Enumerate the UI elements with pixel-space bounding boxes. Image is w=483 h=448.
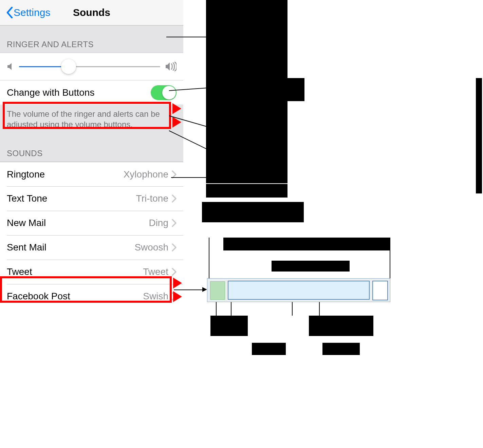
arrow-line (174, 290, 203, 290)
sounds-row[interactable]: New MailDing (0, 211, 183, 235)
leader-line (209, 238, 209, 279)
leader-line (171, 177, 206, 178)
redacted-label (252, 343, 286, 355)
redacted-label (223, 238, 390, 250)
volume-slider-row (0, 53, 183, 80)
chevron-right-icon (172, 292, 177, 300)
sounds-list: RingtoneXylophoneText ToneTri-toneNew Ma… (0, 162, 183, 309)
sounds-row-label: Text Tone (7, 193, 136, 204)
sounds-row-label: New Mail (7, 218, 149, 228)
sounds-row-value: Tri-tone (136, 193, 168, 204)
sounds-row-value: Ding (149, 218, 168, 228)
redacted-label (272, 261, 350, 272)
sounds-row-label: Tweet (7, 266, 143, 277)
speaker-high-icon (165, 62, 177, 71)
redacted-label (210, 316, 248, 336)
diagram-imageview-box (210, 281, 225, 300)
sounds-row-value: Swoosh (134, 242, 168, 253)
leader-line (292, 302, 293, 316)
sounds-row-value: Tweet (143, 266, 168, 277)
chevron-right-icon (172, 219, 177, 227)
diagram-contentview-box (228, 281, 370, 300)
sounds-row[interactable]: Text ToneTri-tone (0, 186, 183, 211)
sounds-row[interactable]: Facebook PostSwish (0, 284, 183, 309)
leader-line (319, 302, 320, 316)
sounds-row-label: Ringtone (7, 169, 124, 180)
sounds-row[interactable]: Sent MailSwoosh (0, 235, 183, 260)
redacted-label (202, 202, 304, 222)
sounds-row[interactable]: RingtoneXylophone (0, 162, 183, 186)
sounds-row-value: Xylophone (124, 169, 168, 180)
sounds-row-label: Facebook Post (7, 291, 143, 302)
arrow-head-icon (202, 287, 207, 292)
section-header-sounds: SOUNDS (0, 134, 183, 162)
slider-thumb[interactable] (61, 59, 76, 74)
toggle-knob (162, 86, 176, 99)
chevron-right-icon (172, 243, 177, 251)
change-with-buttons-label: Change with Buttons (7, 87, 151, 98)
redacted-label (287, 78, 304, 101)
sounds-settings-panel: Settings Sounds RINGER AND ALERTS Change… (0, 0, 183, 309)
section-header-ringer: RINGER AND ALERTS (0, 25, 183, 53)
back-button[interactable]: Settings (6, 7, 50, 18)
change-with-buttons-toggle[interactable] (151, 85, 177, 100)
section-footer-ringer: The volume of the ringer and alerts can … (0, 105, 183, 134)
redacted-label (206, 0, 287, 183)
leader-line (231, 302, 231, 316)
navigation-bar: Settings Sounds (0, 0, 183, 25)
sounds-row[interactable]: TweetTweet (0, 260, 183, 284)
sounds-row-label: Sent Mail (7, 242, 134, 253)
leader-line (390, 238, 390, 279)
back-label: Settings (14, 7, 50, 18)
leader-line (216, 302, 217, 316)
volume-slider[interactable] (19, 60, 160, 73)
redacted-label (309, 316, 373, 336)
leader-line (166, 37, 206, 37)
speaker-low-icon (7, 62, 14, 71)
sounds-row-value: Swish (143, 291, 168, 302)
redacted-label (322, 343, 360, 355)
tablecell-layout-diagram (207, 278, 390, 302)
redacted-label (476, 78, 482, 193)
diagram-accessory-box (372, 281, 388, 300)
chevron-left-icon (6, 7, 13, 18)
chevron-right-icon (172, 268, 177, 276)
redacted-label (206, 184, 287, 198)
chevron-right-icon (172, 194, 177, 203)
change-with-buttons-row: Change with Buttons (0, 80, 183, 105)
